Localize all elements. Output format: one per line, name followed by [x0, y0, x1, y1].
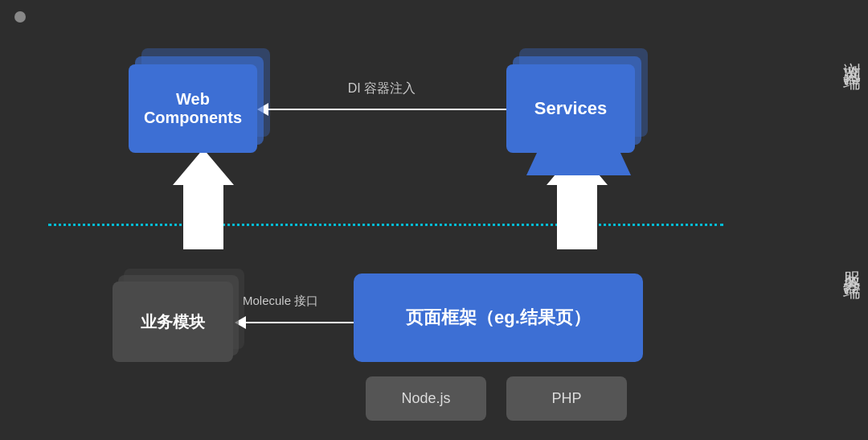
divider-line [48, 224, 723, 226]
services-notch [526, 153, 631, 175]
di-arrow: DI 容器注入 [257, 103, 506, 116]
page-frame-box: 页面框架（eg.结果页） [354, 273, 643, 362]
web-components-label: WebComponents [144, 90, 242, 127]
di-label: DI 容器注入 [348, 80, 416, 97]
molecule-arrowline [246, 322, 354, 323]
yewu-label: 业务模块 [141, 311, 205, 333]
yewu-box: 业务模块 [113, 282, 233, 362]
page-frame-label: 页面框架（eg.结果页） [406, 306, 591, 330]
up-arrow-right-body [557, 185, 597, 249]
nodejs-label: Node.js [401, 390, 450, 407]
window-dot [14, 11, 26, 23]
services-box: Services [506, 64, 635, 153]
php-box: PHP [506, 376, 627, 421]
di-arrowline [268, 109, 506, 110]
up-arrow-left-body [183, 185, 223, 249]
up-arrow-left [173, 149, 234, 249]
molecule-label: Molecule 接口 [243, 294, 318, 309]
browser-label: 浏览器端 [839, 48, 864, 61]
up-arrow-left-head [173, 149, 234, 185]
molecule-arrow: Molecule 接口 [235, 316, 354, 329]
php-label: PHP [551, 390, 581, 407]
services-label: Services [534, 98, 608, 119]
diagram-container: 浏览器端 服务器端 WebComponents Services DI 容器注入… [48, 24, 820, 424]
server-label: 服务器端 [839, 257, 864, 270]
nodejs-box: Node.js [366, 376, 486, 421]
web-components-box: WebComponents [129, 64, 257, 153]
